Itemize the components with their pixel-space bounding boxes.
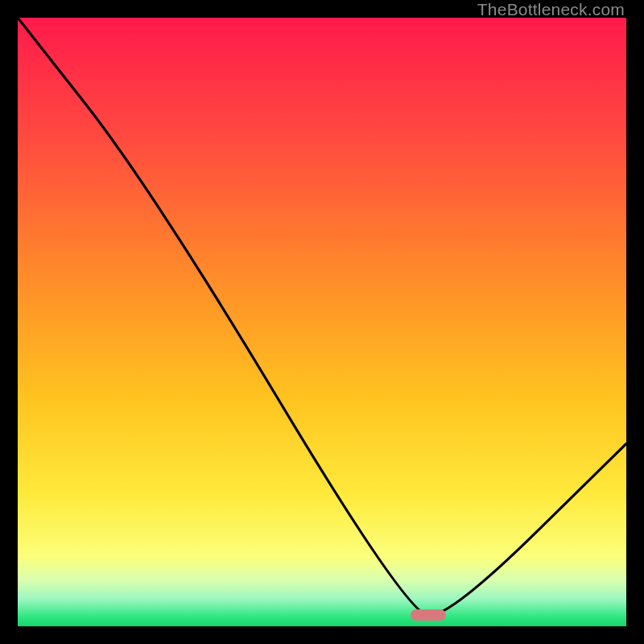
optimal-point-marker <box>411 609 446 621</box>
bottleneck-curve <box>18 18 626 626</box>
watermark-text: TheBottleneck.com <box>477 0 625 19</box>
chart-frame <box>18 18 626 626</box>
curve-path <box>18 18 626 616</box>
